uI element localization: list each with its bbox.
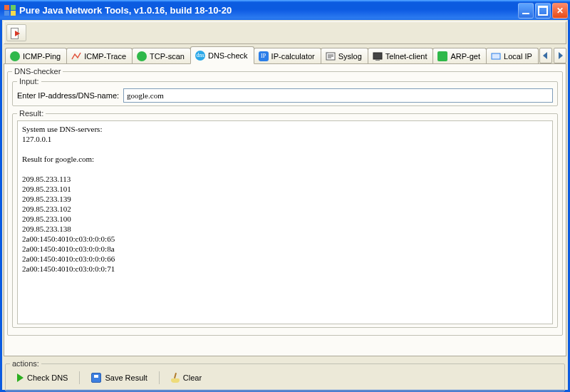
input-section-label: Input: [17,77,41,86]
button-label: Clear [183,373,202,382]
clear-icon [171,373,180,383]
tab-label: ICMP-Trace [84,52,126,61]
dns-checker-panel: DNS-checker Input: Enter IP-address/DNS-… [7,67,563,336]
play-icon [17,373,24,382]
arp-icon [437,51,447,61]
close-button[interactable] [552,3,568,19]
svg-marker-8 [559,52,563,59]
syslog-icon [326,51,336,61]
result-section: Result: System use DNS-servers: 127.0.0.… [12,109,558,328]
trace-icon [71,51,81,61]
ip-icon: IP [259,51,269,61]
app-icon [4,5,16,16]
exit-button[interactable] [6,24,26,41]
localip-icon [491,51,501,61]
tab-label: Syslog [338,52,362,61]
tab-label: IP-calculator [271,52,315,61]
svg-rect-6 [492,53,500,59]
result-output[interactable]: System use DNS-servers: 127.0.0.1 Result… [17,120,553,324]
window-title: Pure Java Network Tools, v1.0.16, build … [19,5,232,16]
separator [159,371,160,384]
tab-ip-calculator[interactable]: IP IP-calculator [254,48,321,63]
separator [79,371,80,384]
exit-icon [11,28,22,38]
dns-icon: dns [195,51,205,61]
tab-scroll-right[interactable] [554,48,566,63]
titlebar[interactable]: Pure Java Network Tools, v1.0.16, build … [0,0,570,20]
tab-dns-check[interactable]: dns DNS-check [190,46,254,64]
minimize-button[interactable] [518,3,534,19]
tab-scroll-left[interactable] [539,48,552,63]
tab-label: Telnet-client [385,52,428,61]
input-section: Input: Enter IP-address/DNS-name: [12,77,558,106]
svg-marker-7 [543,52,547,59]
scan-icon [137,51,147,61]
check-dns-button[interactable]: Check DNS [11,371,73,384]
maximize-button[interactable] [535,3,551,19]
tab-label: TCP-scan [150,52,185,61]
input-field-label: Enter IP-address/DNS-name: [17,91,119,100]
button-label: Save Result [105,373,147,382]
svg-rect-5 [375,60,380,61]
window-body: ICMP-Ping ICMP-Trace TCP-scan dns DNS-ch… [0,20,570,392]
actions-section: actions: Check DNS Save Result Clear [5,359,565,391]
save-icon [91,373,101,383]
button-label: Check DNS [27,373,68,382]
tab-syslog[interactable]: Syslog [321,48,368,63]
actions-section-label: actions: [10,359,41,368]
tab-label: ARP-get [450,52,480,61]
panel-title: DNS-checker [12,67,63,76]
tab-icmp-ping[interactable]: ICMP-Ping [5,48,67,63]
dns-name-input[interactable] [123,88,553,103]
tab-content: DNS-checker Input: Enter IP-address/DNS-… [4,64,566,356]
telnet-icon [373,51,383,61]
svg-rect-4 [373,53,382,59]
tab-local-ip[interactable]: Local IP [486,48,539,63]
tab-label: DNS-check [208,51,248,60]
tab-label: Local IP [504,52,532,61]
tab-telnet-client[interactable]: Telnet-client [368,48,434,63]
result-section-label: Result: [17,109,46,118]
clear-button[interactable]: Clear [165,371,207,385]
tab-arp-get[interactable]: ARP-get [432,48,487,63]
tab-icmp-trace[interactable]: ICMP-Trace [66,48,133,63]
tab-label: ICMP-Ping [23,52,61,61]
ping-icon [10,51,20,61]
tab-strip: ICMP-Ping ICMP-Trace TCP-scan dns DNS-ch… [4,46,566,64]
tab-tcp-scan[interactable]: TCP-scan [132,48,191,63]
top-toolbar [4,21,566,44]
save-result-button[interactable]: Save Result [86,371,152,385]
